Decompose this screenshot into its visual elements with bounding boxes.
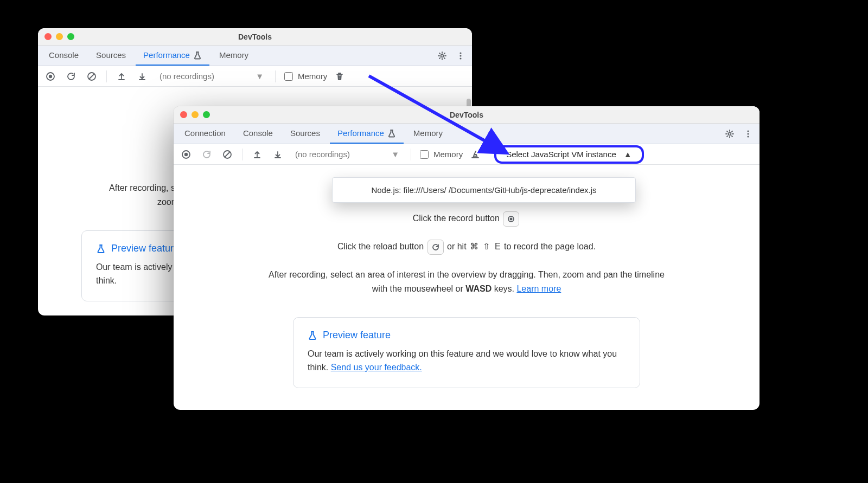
after-recording-hint: After recording, select an area of inter…	[266, 268, 667, 295]
record-button[interactable]	[42, 68, 59, 85]
tab-sources[interactable]: Sources	[88, 46, 133, 66]
tab-console[interactable]: Console	[41, 46, 86, 66]
clear-button[interactable]	[219, 146, 235, 163]
reload-icon	[66, 72, 76, 81]
vm-instance-option[interactable]: Node.js: file:///Users/ /Documents/GitHu…	[339, 181, 629, 199]
preview-feature-card: Preview feature Our team is actively wor…	[293, 317, 640, 388]
zoom-window-button[interactable]	[67, 33, 74, 40]
learn-more-link[interactable]: Learn more	[516, 284, 561, 293]
tab-label: Sources	[290, 128, 320, 138]
tab-performance[interactable]: Performance	[330, 124, 404, 144]
tab-console[interactable]: Console	[235, 124, 280, 144]
recordings-select-value: (no recordings)	[295, 150, 350, 159]
record-hint: Click the record button	[193, 211, 740, 227]
clear-button[interactable]	[84, 68, 100, 85]
flask-icon	[96, 244, 106, 254]
upload-icon	[117, 72, 126, 81]
trash-icon	[335, 72, 344, 81]
tab-label: Memory	[219, 50, 248, 60]
minimize-window-button[interactable]	[56, 33, 63, 40]
close-window-button[interactable]	[180, 111, 187, 118]
memory-checkbox[interactable]: Memory	[282, 70, 327, 82]
svg-point-2	[459, 55, 461, 56]
memory-checkbox[interactable]: Memory	[418, 149, 463, 160]
reload-icon-keycap	[427, 240, 444, 255]
window-title: DevTools	[174, 111, 760, 119]
svg-point-10	[747, 130, 749, 132]
reload-icon	[202, 150, 212, 159]
settings-button[interactable]	[722, 126, 738, 142]
reload-record-button[interactable]	[63, 68, 79, 85]
tab-label: Performance	[337, 128, 384, 138]
download-profile-button[interactable]	[270, 146, 286, 163]
svg-point-14	[184, 152, 188, 156]
preview-feature-heading-text: Preview feature	[323, 330, 391, 341]
upload-profile-button[interactable]	[249, 146, 265, 163]
kebab-icon	[743, 129, 753, 139]
window-controls	[174, 111, 210, 118]
settings-button[interactable]	[434, 48, 450, 64]
upload-profile-button[interactable]	[113, 68, 130, 85]
svg-point-11	[747, 133, 749, 134]
broom-icon	[470, 150, 480, 159]
recordings-select[interactable]: (no recordings) ▼	[290, 147, 404, 162]
download-icon	[137, 72, 147, 81]
tab-strip: Connection Console Sources Performance M…	[174, 124, 760, 144]
window-controls	[38, 33, 74, 40]
record-icon	[46, 72, 55, 81]
svg-point-5	[49, 74, 52, 78]
tab-label: Performance	[143, 50, 190, 60]
svg-point-9	[729, 132, 731, 135]
more-menu-button[interactable]	[452, 48, 469, 64]
titlebar: DevTools	[174, 106, 760, 124]
collect-garbage-button[interactable]	[467, 146, 483, 163]
svg-point-17	[510, 218, 513, 221]
memory-checkbox-label: Memory	[433, 150, 463, 159]
titlebar: DevTools	[38, 28, 472, 46]
flask-icon	[387, 129, 396, 138]
minimize-window-button[interactable]	[192, 111, 199, 118]
tab-sources[interactable]: Sources	[283, 124, 328, 144]
reload-record-button[interactable]	[199, 146, 215, 163]
tab-label: Connection	[184, 128, 226, 138]
record-button[interactable]	[178, 146, 194, 163]
wasd-keys: WASD	[465, 284, 492, 293]
memory-checkbox-input[interactable]	[420, 150, 429, 159]
tab-memory[interactable]: Memory	[212, 46, 256, 66]
svg-point-12	[747, 136, 749, 137]
more-menu-button[interactable]	[740, 126, 756, 142]
flask-icon	[193, 51, 202, 60]
zoom-window-button[interactable]	[203, 111, 210, 118]
flask-icon	[308, 331, 317, 340]
recordings-select[interactable]: (no recordings) ▼	[155, 69, 269, 83]
memory-checkbox-input[interactable]	[284, 72, 293, 81]
clear-icon	[87, 72, 97, 81]
key-shift: ⇧	[483, 241, 490, 252]
triangle-up-icon: ▲	[624, 150, 632, 159]
vm-instance-label: Select JavaScript VM instance	[506, 150, 616, 159]
vm-instance-select[interactable]: Select JavaScript VM instance ▲	[494, 145, 643, 164]
memory-checkbox-label: Memory	[298, 72, 327, 81]
gear-icon	[437, 51, 447, 61]
tab-memory[interactable]: Memory	[406, 124, 450, 144]
close-window-button[interactable]	[44, 33, 52, 40]
tab-label: Memory	[413, 128, 443, 138]
download-profile-button[interactable]	[134, 68, 150, 85]
tab-label: Console	[49, 50, 79, 60]
tab-connection[interactable]: Connection	[177, 124, 233, 144]
tab-label: Sources	[96, 50, 126, 60]
send-feedback-link[interactable]: Send us your feedback.	[331, 363, 422, 372]
svg-point-1	[459, 52, 461, 54]
tab-label: Console	[243, 128, 273, 138]
download-icon	[273, 150, 283, 159]
delete-button[interactable]	[331, 68, 348, 85]
tab-strip: Console Sources Performance Memory	[38, 46, 472, 66]
clear-icon	[222, 150, 232, 159]
preview-feature-heading-text: Preview feature	[111, 243, 179, 254]
preview-feature-heading: Preview feature	[308, 330, 626, 341]
chevron-down-icon: ▼	[391, 150, 399, 159]
performance-toolbar: (no recordings) ▼ Memory	[38, 66, 472, 87]
tab-performance[interactable]: Performance	[136, 46, 209, 66]
key-cmd: ⌘	[470, 241, 478, 252]
window-title: DevTools	[38, 33, 472, 41]
